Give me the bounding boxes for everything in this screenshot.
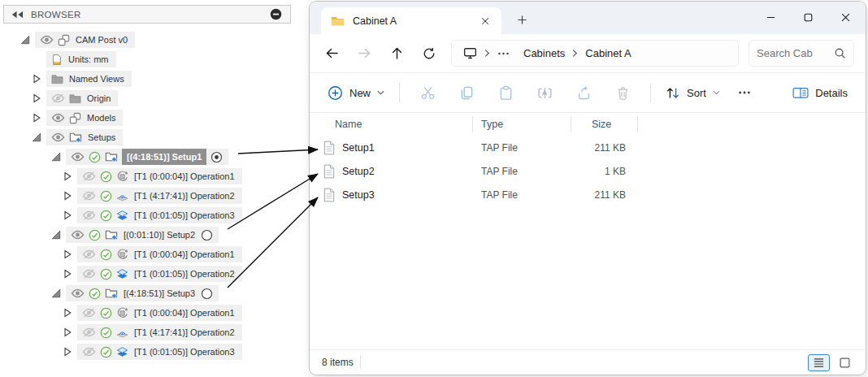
tree-item[interactable]: [T1 (0:00:04)] Operation1 [77,305,242,321]
expand-triangle-icon[interactable] [31,113,42,123]
tree-item-label[interactable]: [T1 (0:00:04)] Operation1 [132,308,237,318]
eye-hidden-icon[interactable] [82,191,96,201]
radio-icon[interactable] [201,288,213,300]
breadcrumb-cabinets[interactable]: Cabinets [517,43,571,64]
address-bar[interactable]: Cabinets Cabinet A [451,40,739,67]
tree-item-label[interactable]: Origin [85,93,112,103]
collapse-panel-icon[interactable] [11,11,24,19]
tree-row[interactable]: Setups [3,128,291,147]
tree-item-label[interactable]: [T1 (0:01:05)] Operation3 [132,210,237,220]
maximize-button[interactable] [789,2,827,32]
tree-row[interactable]: Units: mm [3,50,291,69]
eye-visible-icon[interactable] [71,152,85,162]
tree-row[interactable]: [T1 (0:00:04)] Operation1 [3,245,291,264]
tree-row[interactable]: Models [3,108,291,128]
cut-icon[interactable] [408,78,447,107]
up-icon[interactable] [381,40,412,67]
radio-icon[interactable] [201,229,213,241]
copy-icon[interactable] [447,78,486,107]
eye-visible-icon[interactable] [71,288,85,298]
expand-triangle-icon[interactable] [62,347,73,357]
tree-item[interactable]: Setups [46,129,123,145]
file-row[interactable]: Setup3TAP File211 KB [313,183,866,206]
search-input[interactable]: Search Cab [749,40,854,67]
eye-visible-icon[interactable] [51,132,65,142]
tree-row[interactable]: [T1 (4:17:41)] Operation2 [3,186,291,206]
tree-item[interactable]: Units: mm [46,51,116,67]
tree-item[interactable]: CAM Post v0 [35,32,135,48]
tree-row[interactable]: Origin [3,89,291,108]
radio-selected-icon[interactable] [210,151,223,163]
eye-hidden-icon[interactable] [82,210,96,220]
tree-item-label[interactable]: [T1 (0:01:05)] Operation2 [132,269,237,279]
tree-item-label[interactable]: Named Views [67,74,126,84]
tab-cabinet-a[interactable]: Cabinet A [321,7,501,34]
tree-item-label[interactable]: CAM Post v0 [74,35,129,45]
tree-row[interactable]: [T1 (0:00:04)] Operation1 [3,167,291,186]
delete-icon[interactable] [603,78,642,107]
forward-icon[interactable] [349,40,380,67]
tree-item[interactable]: [T1 (0:01:05)] Operation3 [77,344,242,360]
tree-row[interactable]: [(4:18:51)] Setup1 [3,147,291,167]
tree-item-label[interactable]: Setups [86,132,117,142]
eye-visible-icon[interactable] [40,35,54,45]
search-icon[interactable] [834,47,846,59]
more-options-icon[interactable] [727,91,762,94]
expand-triangle-icon[interactable] [31,93,42,103]
tree-row[interactable]: [(4:18:51)] Setup3 [3,284,291,303]
share-icon[interactable] [564,78,603,107]
column-header-size[interactable]: Size [571,113,638,136]
breadcrumb-ellipsis[interactable] [491,43,516,64]
tree-item[interactable]: Origin [46,90,118,106]
file-row[interactable]: Setup1TAP File211 KB [313,136,866,159]
tree-item-label[interactable]: [T1 (4:17:41)] Operation2 [132,327,237,337]
eye-hidden-icon[interactable] [82,308,96,318]
new-button[interactable]: New [321,78,391,107]
tree-row[interactable]: [T1 (0:01:05)] Operation3 [3,342,291,362]
tree-row[interactable]: [T1 (0:00:04)] Operation1 [3,303,291,323]
tree-item[interactable]: [T1 (4:17:41)] Operation2 [77,324,242,340]
tree-item-label[interactable]: Units: mm [67,54,111,64]
close-button[interactable] [827,2,864,32]
tree-row[interactable]: [T1 (4:17:41)] Operation2 [3,323,291,342]
back-icon[interactable] [316,40,347,67]
tree-item[interactable]: [(0:01:10)] Setup2 [66,227,219,243]
expand-triangle-icon[interactable] [62,269,73,279]
collapse-triangle-icon[interactable] [50,288,62,298]
tree-row[interactable]: [(0:01:10)] Setup2 [3,225,291,245]
file-name[interactable]: Setup3 [342,189,375,201]
refresh-icon[interactable] [414,40,445,67]
minimize-button[interactable] [752,2,789,32]
tree-row[interactable]: [T1 (0:01:05)] Operation2 [3,264,291,284]
tree-item[interactable]: Models [46,110,123,126]
tree-item-label[interactable]: [(0:01:10)] Setup2 [122,230,197,240]
tree-item-label[interactable]: [T1 (0:00:04)] Operation1 [132,171,237,181]
tree-item-label[interactable]: Models [85,113,117,123]
list-view-button[interactable] [808,354,830,371]
tree-item-label[interactable]: [(4:18:51)] Setup1 [122,149,206,165]
tree-item[interactable]: [T1 (0:01:05)] Operation3 [77,207,242,223]
rename-icon[interactable] [525,78,564,107]
collapse-triangle-icon[interactable] [31,132,42,142]
tree-row[interactable]: CAM Post v0 [3,30,291,50]
tree-item-label[interactable]: [(4:18:51)] Setup3 [122,288,197,298]
tree-row[interactable]: [T1 (0:01:05)] Operation3 [3,206,291,225]
tree-item-label[interactable]: [T1 (0:00:04)] Operation1 [132,249,237,259]
tree-row[interactable]: Named Views [3,69,291,89]
expand-triangle-icon[interactable] [62,171,73,181]
large-icons-view-button[interactable] [835,355,854,370]
column-header-name[interactable]: Name [313,113,473,136]
tree-item[interactable]: [T1 (0:00:04)] Operation1 [77,168,242,184]
eye-visible-icon[interactable] [71,230,85,240]
collapse-triangle-icon[interactable] [50,152,62,162]
paste-icon[interactable] [486,78,525,107]
tree-item-label[interactable]: [T1 (4:17:41)] Operation2 [132,191,237,201]
file-name[interactable]: Setup1 [342,142,375,154]
file-row[interactable]: Setup2TAP File1 KB [313,159,866,183]
expand-triangle-icon[interactable] [62,308,73,318]
breadcrumb-cabinet-a[interactable]: Cabinet A [579,43,637,64]
tree-item[interactable]: [T1 (4:17:41)] Operation2 [77,188,242,204]
expand-triangle-icon[interactable] [62,249,73,259]
eye-hidden-icon[interactable] [82,347,96,357]
eye-visible-icon[interactable] [51,113,65,123]
